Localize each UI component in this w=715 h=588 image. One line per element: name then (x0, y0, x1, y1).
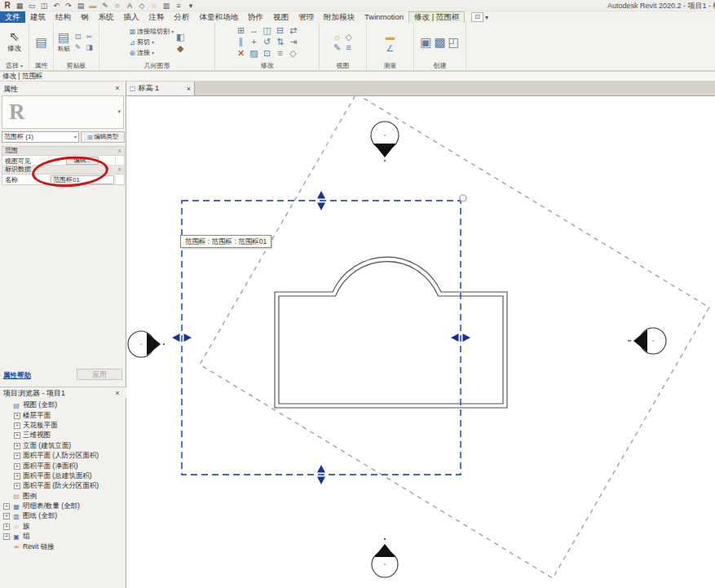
tree-item-3d-views[interactable]: +三维视图 (0, 431, 126, 440)
close-icon[interactable]: × (187, 85, 191, 93)
modify-tool-button[interactable]: ⇖ 修改 (7, 30, 21, 54)
join-button[interactable]: ⊕ 连接 ▾ (130, 48, 174, 58)
dimension-icon[interactable]: ∠ (386, 43, 395, 53)
paint-icon[interactable]: ◧ (176, 32, 184, 42)
modify-selector[interactable]: ⊡ ▾ (471, 11, 488, 23)
view-3d-icon[interactable]: ◇ (136, 0, 148, 11)
tree-item-ceiling-plans[interactable]: +天花板平面 (0, 421, 126, 431)
tab-manage[interactable]: 管理 (294, 11, 319, 23)
cut-button[interactable]: ⊿ 剪切 ▾ (130, 38, 174, 47)
tree-item-elevations[interactable]: +立面 (建筑立面) (0, 441, 126, 451)
name-field[interactable]: 范围框01 (51, 175, 114, 184)
copy-tool-icon[interactable]: ◫ (262, 25, 273, 37)
hide-icon[interactable]: ◇ (343, 32, 355, 42)
sun-icon[interactable]: ☼ (148, 0, 160, 11)
close-icon[interactable]: × (113, 83, 121, 93)
tree-item-families[interactable]: +⌂族 (0, 522, 126, 532)
trim-icon[interactable]: ⇥ (288, 37, 299, 48)
building-outline[interactable] (275, 257, 507, 408)
zoom-icon[interactable]: ○ (112, 0, 123, 11)
tree-item-groups[interactable]: +▣组 (0, 532, 126, 542)
save-icon[interactable]: ◫ (38, 0, 50, 11)
close-icon[interactable]: × (113, 388, 121, 398)
tree-item-area-plans-gross[interactable]: +面积平面 (总建筑面积) (0, 471, 126, 481)
elevation-marker-top[interactable] (371, 122, 399, 161)
elevation-marker-left[interactable] (128, 331, 165, 357)
rotate-icon[interactable]: ↺ (262, 37, 273, 48)
measure-icon[interactable]: ▬ (87, 0, 99, 11)
swap-icon[interactable]: ⇅ (275, 37, 286, 48)
tree-item-sheets[interactable]: +▥图纸 (全部) (0, 511, 126, 521)
expand-icon[interactable]: + (3, 524, 10, 530)
undo-icon[interactable]: ↶ (51, 0, 62, 11)
edit-type-button[interactable]: ⊞ 编辑类型 (81, 131, 125, 143)
tab-insert[interactable]: 插入 (119, 11, 144, 23)
expand-icon[interactable] (3, 544, 10, 550)
linework-icon[interactable]: ≡ (343, 42, 355, 53)
expand-icon[interactable] (3, 493, 10, 500)
delete-icon[interactable]: ✕ (236, 48, 247, 60)
rotation-handle[interactable] (460, 195, 466, 201)
view-tab-level-1[interactable]: ▢ 标高 1 × (126, 82, 195, 95)
properties-icon[interactable]: ▤ (35, 36, 46, 49)
elevation-marker-bottom[interactable] (372, 538, 398, 577)
scale-icon[interactable]: ≡ (275, 48, 286, 60)
chevron-down-icon[interactable]: ▾ (117, 108, 121, 115)
thin-lines-icon[interactable]: ≡ (173, 0, 184, 11)
expand-icon[interactable]: + (14, 473, 20, 480)
properties-help-link[interactable]: 属性帮助 (3, 371, 31, 381)
cut-icon[interactable]: ✂ (84, 32, 95, 42)
menu-grid-icon[interactable]: ▦ (14, 0, 25, 11)
offset-icon[interactable]: ⊟ (275, 25, 286, 37)
tree-item-schedules[interactable]: +▦明细表/数量 (全部) (0, 502, 126, 511)
redo-icon[interactable]: ↷ (63, 0, 74, 11)
mirror-icon[interactable]: ⇄ (288, 25, 299, 37)
expand-icon[interactable]: + (3, 503, 10, 510)
tree-item-area-plans-civil-defense[interactable]: +面积平面 (人防分区面积) (0, 451, 126, 461)
override-icon[interactable]: ✎ (332, 42, 343, 53)
tab-modify-scope-box[interactable]: 修改 | 范围框 (408, 11, 465, 23)
tree-item-area-plans-fire[interactable]: +面积平面 (防火分区面积) (0, 481, 126, 491)
expand-icon[interactable]: + (3, 533, 10, 540)
demolish-icon[interactable]: ◆ (176, 43, 184, 53)
pen-icon[interactable]: ✎ (99, 0, 111, 11)
expand-icon[interactable]: + (3, 513, 10, 519)
tree-item-floor-plans[interactable]: +楼层平面 (0, 410, 126, 420)
tab-view[interactable]: 视图 (268, 11, 294, 23)
group-scope-header[interactable]: 范围 ∧ (2, 147, 124, 156)
tab-collaborate[interactable]: 协作 (243, 11, 268, 23)
tab-file[interactable]: 文件 (0, 11, 25, 23)
group-identity-header[interactable]: 标识数据 ∧ (2, 166, 124, 175)
section-icon[interactable]: ▥ (161, 0, 172, 11)
unpin-icon[interactable]: ◇ (288, 48, 299, 60)
tab-steel[interactable]: 钢 (76, 11, 94, 23)
split-icon[interactable]: ▨ (249, 48, 260, 60)
expand-icon[interactable]: + (14, 413, 20, 419)
expand-icon[interactable]: + (14, 443, 20, 449)
floor-plan-view[interactable] (126, 96, 715, 588)
qat-dropdown-icon[interactable]: ▾ (185, 0, 196, 11)
type-selector[interactable]: 范围框 (1) ▾ (2, 131, 79, 143)
match-type-icon[interactable]: ✎ (73, 42, 84, 53)
move-icon[interactable]: ↔ (249, 25, 260, 37)
tree-item-views-all[interactable]: ▤视图 (全部) (0, 400, 126, 410)
measure-ruler-icon[interactable]: ▬ (386, 32, 395, 42)
open-icon[interactable]: ▭ (26, 0, 38, 11)
array-icon[interactable]: ∥ (236, 37, 247, 48)
tab-twinmotion[interactable]: Twinmotion (360, 11, 408, 23)
text-icon[interactable]: A (124, 0, 135, 11)
tree-item-area-plans-net[interactable]: +面积平面 (净面积) (0, 461, 126, 471)
lightbulb-icon[interactable]: ☼ (332, 32, 343, 42)
join-end-cut-button[interactable]: ⊠ 连接端切割 ▾ (130, 27, 174, 37)
tab-analyze[interactable]: 分析 (170, 11, 195, 23)
tab-architecture[interactable]: 建筑 (25, 11, 51, 23)
elevation-marker-right[interactable] (628, 328, 666, 354)
expand-icon[interactable]: + (14, 422, 20, 429)
copy-icon[interactable]: ⊡ (73, 32, 84, 42)
tab-addins[interactable]: 附加模块 (319, 11, 360, 23)
tree-item-legends[interactable]: ▤图例 (0, 492, 126, 502)
create-group-icon[interactable]: ▩ (434, 36, 445, 49)
expand-icon[interactable]: + (14, 432, 20, 439)
pin-icon[interactable]: ⊡ (262, 48, 273, 60)
panel-select-label[interactable]: 选择 ▾ (0, 61, 29, 70)
